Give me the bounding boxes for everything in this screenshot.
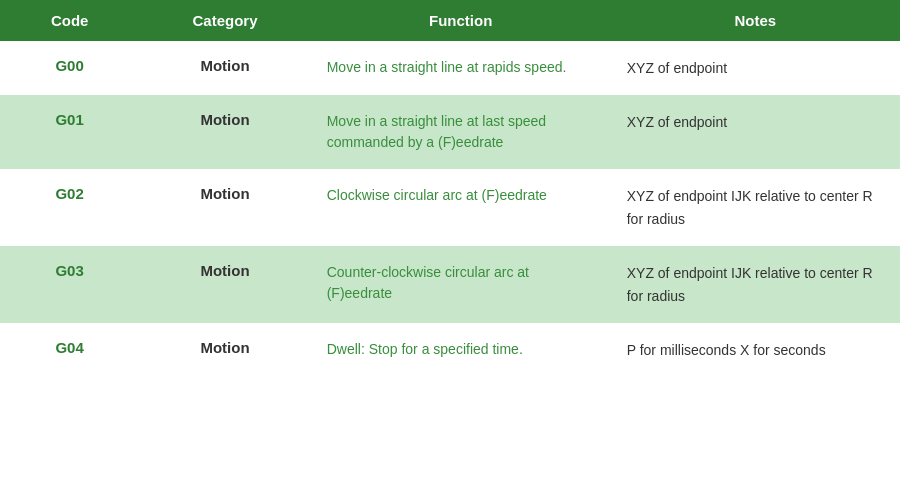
gcode-table: Code Category Function Notes G00MotionMo… (0, 0, 900, 377)
cell-category: Motion (139, 95, 310, 169)
cell-notes: XYZ of endpoint (611, 41, 900, 95)
cell-function: Clockwise circular arc at (F)eedrate (311, 169, 611, 246)
cell-function: Move in a straight line at last speed co… (311, 95, 611, 169)
cell-code: G03 (0, 246, 139, 323)
cell-notes: P for milliseconds X for seconds (611, 323, 900, 377)
table-row: G02MotionClockwise circular arc at (F)ee… (0, 169, 900, 246)
cell-function: Counter-clockwise circular arc at (F)eed… (311, 246, 611, 323)
table-row: G03MotionCounter-clockwise circular arc … (0, 246, 900, 323)
header-notes: Notes (611, 0, 900, 41)
table-row: G00MotionMove in a straight line at rapi… (0, 41, 900, 95)
cell-category: Motion (139, 41, 310, 95)
cell-function: Dwell: Stop for a specified time. (311, 323, 611, 377)
cell-code: G04 (0, 323, 139, 377)
cell-category: Motion (139, 323, 310, 377)
header-category: Category (139, 0, 310, 41)
header-code: Code (0, 0, 139, 41)
cell-code: G02 (0, 169, 139, 246)
cell-notes: XYZ of endpoint IJK relative to center R… (611, 246, 900, 323)
cell-function: Move in a straight line at rapids speed. (311, 41, 611, 95)
table-row: G04MotionDwell: Stop for a specified tim… (0, 323, 900, 377)
cell-notes: XYZ of endpoint IJK relative to center R… (611, 169, 900, 246)
table-header-row: Code Category Function Notes (0, 0, 900, 41)
cell-notes: XYZ of endpoint (611, 95, 900, 169)
cell-category: Motion (139, 246, 310, 323)
cell-category: Motion (139, 169, 310, 246)
cell-code: G01 (0, 95, 139, 169)
table-row: G01MotionMove in a straight line at last… (0, 95, 900, 169)
cell-code: G00 (0, 41, 139, 95)
header-function: Function (311, 0, 611, 41)
